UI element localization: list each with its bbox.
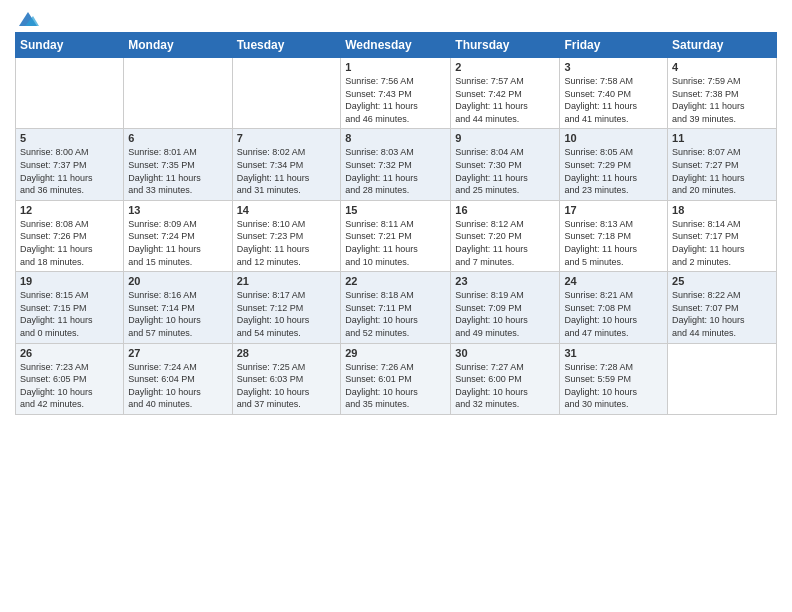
day-info: Sunrise: 8:10 AM Sunset: 7:23 PM Dayligh… (237, 218, 337, 268)
day-info: Sunrise: 8:11 AM Sunset: 7:21 PM Dayligh… (345, 218, 446, 268)
day-info: Sunrise: 8:13 AM Sunset: 7:18 PM Dayligh… (564, 218, 663, 268)
calendar-day-2: 2Sunrise: 7:57 AM Sunset: 7:42 PM Daylig… (451, 58, 560, 129)
day-number: 30 (455, 347, 555, 359)
calendar-day-9: 9Sunrise: 8:04 AM Sunset: 7:30 PM Daylig… (451, 129, 560, 200)
day-info: Sunrise: 8:14 AM Sunset: 7:17 PM Dayligh… (672, 218, 772, 268)
calendar-day-23: 23Sunrise: 8:19 AM Sunset: 7:09 PM Dayli… (451, 272, 560, 343)
day-number: 7 (237, 132, 337, 144)
calendar-day-15: 15Sunrise: 8:11 AM Sunset: 7:21 PM Dayli… (341, 200, 451, 271)
day-info: Sunrise: 8:21 AM Sunset: 7:08 PM Dayligh… (564, 289, 663, 339)
calendar-week-row: 1Sunrise: 7:56 AM Sunset: 7:43 PM Daylig… (16, 58, 777, 129)
day-number: 17 (564, 204, 663, 216)
day-info: Sunrise: 7:59 AM Sunset: 7:38 PM Dayligh… (672, 75, 772, 125)
calendar-day-10: 10Sunrise: 8:05 AM Sunset: 7:29 PM Dayli… (560, 129, 668, 200)
calendar-day-16: 16Sunrise: 8:12 AM Sunset: 7:20 PM Dayli… (451, 200, 560, 271)
calendar-day-6: 6Sunrise: 8:01 AM Sunset: 7:35 PM Daylig… (124, 129, 232, 200)
day-info: Sunrise: 8:17 AM Sunset: 7:12 PM Dayligh… (237, 289, 337, 339)
calendar-week-row: 12Sunrise: 8:08 AM Sunset: 7:26 PM Dayli… (16, 200, 777, 271)
day-number: 25 (672, 275, 772, 287)
calendar-day-empty (668, 343, 777, 414)
day-info: Sunrise: 7:56 AM Sunset: 7:43 PM Dayligh… (345, 75, 446, 125)
day-info: Sunrise: 8:04 AM Sunset: 7:30 PM Dayligh… (455, 146, 555, 196)
calendar-day-4: 4Sunrise: 7:59 AM Sunset: 7:38 PM Daylig… (668, 58, 777, 129)
calendar-header-sunday: Sunday (16, 33, 124, 58)
logo-icon (17, 10, 39, 28)
calendar-day-13: 13Sunrise: 8:09 AM Sunset: 7:24 PM Dayli… (124, 200, 232, 271)
day-number: 24 (564, 275, 663, 287)
day-info: Sunrise: 7:26 AM Sunset: 6:01 PM Dayligh… (345, 361, 446, 411)
day-info: Sunrise: 7:25 AM Sunset: 6:03 PM Dayligh… (237, 361, 337, 411)
calendar-header-thursday: Thursday (451, 33, 560, 58)
calendar-header-monday: Monday (124, 33, 232, 58)
day-info: Sunrise: 8:00 AM Sunset: 7:37 PM Dayligh… (20, 146, 119, 196)
day-number: 8 (345, 132, 446, 144)
day-number: 28 (237, 347, 337, 359)
day-info: Sunrise: 7:23 AM Sunset: 6:05 PM Dayligh… (20, 361, 119, 411)
calendar-header-wednesday: Wednesday (341, 33, 451, 58)
day-number: 21 (237, 275, 337, 287)
day-number: 15 (345, 204, 446, 216)
day-number: 12 (20, 204, 119, 216)
calendar-header-tuesday: Tuesday (232, 33, 341, 58)
calendar-week-row: 19Sunrise: 8:15 AM Sunset: 7:15 PM Dayli… (16, 272, 777, 343)
day-number: 5 (20, 132, 119, 144)
calendar-day-22: 22Sunrise: 8:18 AM Sunset: 7:11 PM Dayli… (341, 272, 451, 343)
day-number: 4 (672, 61, 772, 73)
calendar-day-17: 17Sunrise: 8:13 AM Sunset: 7:18 PM Dayli… (560, 200, 668, 271)
calendar-day-24: 24Sunrise: 8:21 AM Sunset: 7:08 PM Dayli… (560, 272, 668, 343)
day-number: 3 (564, 61, 663, 73)
day-info: Sunrise: 8:01 AM Sunset: 7:35 PM Dayligh… (128, 146, 227, 196)
day-info: Sunrise: 8:12 AM Sunset: 7:20 PM Dayligh… (455, 218, 555, 268)
day-number: 16 (455, 204, 555, 216)
day-info: Sunrise: 8:02 AM Sunset: 7:34 PM Dayligh… (237, 146, 337, 196)
day-number: 10 (564, 132, 663, 144)
day-info: Sunrise: 8:07 AM Sunset: 7:27 PM Dayligh… (672, 146, 772, 196)
calendar-day-30: 30Sunrise: 7:27 AM Sunset: 6:00 PM Dayli… (451, 343, 560, 414)
logo (15, 10, 39, 24)
day-info: Sunrise: 8:18 AM Sunset: 7:11 PM Dayligh… (345, 289, 446, 339)
calendar-day-7: 7Sunrise: 8:02 AM Sunset: 7:34 PM Daylig… (232, 129, 341, 200)
calendar-day-14: 14Sunrise: 8:10 AM Sunset: 7:23 PM Dayli… (232, 200, 341, 271)
day-number: 6 (128, 132, 227, 144)
calendar-header-saturday: Saturday (668, 33, 777, 58)
day-info: Sunrise: 8:08 AM Sunset: 7:26 PM Dayligh… (20, 218, 119, 268)
calendar-day-12: 12Sunrise: 8:08 AM Sunset: 7:26 PM Dayli… (16, 200, 124, 271)
day-info: Sunrise: 8:22 AM Sunset: 7:07 PM Dayligh… (672, 289, 772, 339)
day-number: 22 (345, 275, 446, 287)
day-number: 11 (672, 132, 772, 144)
calendar-week-row: 26Sunrise: 7:23 AM Sunset: 6:05 PM Dayli… (16, 343, 777, 414)
day-info: Sunrise: 7:58 AM Sunset: 7:40 PM Dayligh… (564, 75, 663, 125)
calendar-day-11: 11Sunrise: 8:07 AM Sunset: 7:27 PM Dayli… (668, 129, 777, 200)
day-info: Sunrise: 8:03 AM Sunset: 7:32 PM Dayligh… (345, 146, 446, 196)
day-number: 31 (564, 347, 663, 359)
day-info: Sunrise: 7:27 AM Sunset: 6:00 PM Dayligh… (455, 361, 555, 411)
day-info: Sunrise: 7:24 AM Sunset: 6:04 PM Dayligh… (128, 361, 227, 411)
day-info: Sunrise: 8:15 AM Sunset: 7:15 PM Dayligh… (20, 289, 119, 339)
day-number: 1 (345, 61, 446, 73)
day-number: 20 (128, 275, 227, 287)
calendar-day-empty (16, 58, 124, 129)
day-number: 19 (20, 275, 119, 287)
header (15, 10, 777, 24)
calendar-day-26: 26Sunrise: 7:23 AM Sunset: 6:05 PM Dayli… (16, 343, 124, 414)
calendar-day-20: 20Sunrise: 8:16 AM Sunset: 7:14 PM Dayli… (124, 272, 232, 343)
calendar-day-5: 5Sunrise: 8:00 AM Sunset: 7:37 PM Daylig… (16, 129, 124, 200)
day-number: 26 (20, 347, 119, 359)
day-number: 13 (128, 204, 227, 216)
calendar-day-28: 28Sunrise: 7:25 AM Sunset: 6:03 PM Dayli… (232, 343, 341, 414)
day-number: 14 (237, 204, 337, 216)
calendar-day-31: 31Sunrise: 7:28 AM Sunset: 5:59 PM Dayli… (560, 343, 668, 414)
day-info: Sunrise: 8:16 AM Sunset: 7:14 PM Dayligh… (128, 289, 227, 339)
day-number: 18 (672, 204, 772, 216)
calendar-day-3: 3Sunrise: 7:58 AM Sunset: 7:40 PM Daylig… (560, 58, 668, 129)
day-number: 27 (128, 347, 227, 359)
day-number: 9 (455, 132, 555, 144)
day-info: Sunrise: 7:57 AM Sunset: 7:42 PM Dayligh… (455, 75, 555, 125)
day-info: Sunrise: 8:05 AM Sunset: 7:29 PM Dayligh… (564, 146, 663, 196)
calendar-week-row: 5Sunrise: 8:00 AM Sunset: 7:37 PM Daylig… (16, 129, 777, 200)
day-number: 2 (455, 61, 555, 73)
calendar-table: SundayMondayTuesdayWednesdayThursdayFrid… (15, 32, 777, 415)
calendar-day-18: 18Sunrise: 8:14 AM Sunset: 7:17 PM Dayli… (668, 200, 777, 271)
day-number: 29 (345, 347, 446, 359)
calendar-day-27: 27Sunrise: 7:24 AM Sunset: 6:04 PM Dayli… (124, 343, 232, 414)
